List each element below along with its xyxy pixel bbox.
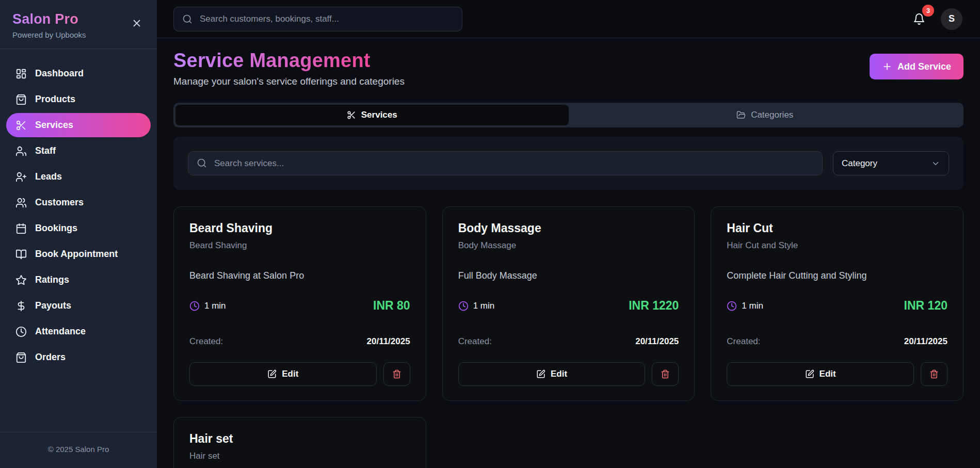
sidebar-item-payouts[interactable]: Payouts: [6, 294, 151, 318]
service-description: Full Body Massage: [458, 270, 679, 281]
clock-icon: [727, 301, 737, 311]
service-price: INR 80: [373, 299, 410, 313]
service-category: Hair Cut and Style: [727, 240, 947, 251]
dollar-icon: [15, 300, 27, 312]
service-price: INR 1220: [629, 299, 679, 313]
clock-icon: [458, 301, 469, 311]
edit-label: Edit: [551, 369, 567, 379]
tab-categories[interactable]: Categories: [569, 105, 962, 125]
sidebar-item-customers[interactable]: Customers: [6, 190, 151, 215]
sidebar-item-label: Payouts: [35, 300, 71, 311]
sidebar-item-bookings[interactable]: Bookings: [6, 216, 151, 240]
sidebar-item-ratings[interactable]: Ratings: [6, 268, 151, 292]
services-grid: Beard Shaving Beard Shaving Beard Shavin…: [173, 206, 963, 468]
category-dropdown-label: Category: [842, 158, 877, 169]
sidebar-item-label: Services: [35, 120, 73, 131]
edit-icon: [267, 369, 277, 379]
main-content: Service Management Manage your salon's s…: [157, 38, 980, 468]
service-duration: 1 min: [204, 301, 226, 311]
filter-panel: Category: [173, 137, 963, 190]
sidebar-item-label: Attendance: [35, 326, 86, 337]
created-date: 20/11/2025: [635, 336, 679, 347]
edit-button[interactable]: Edit: [189, 362, 377, 386]
clock-icon: [189, 301, 200, 311]
sidebar-item-staff[interactable]: Staff: [6, 139, 151, 163]
trash-icon: [392, 369, 401, 379]
edit-icon: [536, 369, 545, 379]
sidebar: Salon Pro Powered by Upbooks Dashboard P…: [0, 0, 157, 468]
edit-label: Edit: [282, 369, 298, 379]
sidebar-item-label: Book Appointment: [35, 249, 118, 260]
service-name: Hair set: [189, 432, 410, 446]
created-label: Created:: [458, 336, 492, 347]
notifications-button[interactable]: 3: [911, 11, 927, 27]
service-search-input[interactable]: [188, 151, 823, 175]
sidebar-item-leads[interactable]: Leads: [6, 165, 151, 189]
user-plus-icon: [15, 171, 27, 183]
tabs: Services Categories: [173, 103, 963, 127]
global-search-input[interactable]: [173, 7, 462, 31]
page-title: Service Management: [173, 50, 371, 72]
app-title: Salon Pro: [12, 11, 86, 27]
edit-label: Edit: [820, 369, 836, 379]
sidebar-item-products[interactable]: Products: [6, 87, 151, 111]
service-category: Beard Shaving: [189, 240, 410, 251]
sidebar-header: Salon Pro Powered by Upbooks: [0, 0, 157, 49]
service-card: Beard Shaving Beard Shaving Beard Shavin…: [173, 206, 426, 401]
service-name: Body Massage: [458, 221, 679, 235]
tab-label: Services: [361, 110, 397, 120]
created-label: Created:: [727, 336, 760, 347]
book-open-icon: [15, 249, 27, 260]
star-icon: [15, 275, 27, 286]
trash-icon: [661, 369, 670, 379]
scissors-icon: [347, 110, 356, 120]
calendar-icon: [15, 223, 27, 234]
service-search: [188, 151, 823, 175]
created-date: 20/11/2025: [367, 336, 410, 347]
sidebar-item-attendance[interactable]: Attendance: [6, 319, 151, 344]
service-price: INR 120: [904, 299, 947, 313]
category-dropdown[interactable]: Category: [833, 151, 949, 175]
shopping-bag-icon: [15, 352, 27, 363]
sidebar-item-services[interactable]: Services: [6, 113, 151, 137]
tab-services[interactable]: Services: [175, 105, 569, 125]
service-category: Hair set: [189, 451, 410, 461]
page-subtitle: Manage your salon's service offerings an…: [173, 76, 405, 87]
trash-icon: [929, 369, 939, 379]
edit-button[interactable]: Edit: [727, 362, 914, 386]
service-card: Hair set Hair set: [173, 417, 426, 468]
delete-button[interactable]: [652, 362, 679, 386]
service-description: Beard Shaving at Salon Pro: [189, 270, 410, 281]
users-icon: [15, 197, 27, 208]
service-duration: 1 min: [473, 301, 495, 311]
tab-label: Categories: [751, 110, 793, 120]
global-search: [173, 7, 462, 31]
edit-button[interactable]: Edit: [458, 362, 646, 386]
add-service-label: Add Service: [897, 61, 951, 72]
created-label: Created:: [189, 336, 223, 347]
avatar[interactable]: S: [941, 8, 962, 30]
app-subtitle: Powered by Upbooks: [12, 30, 86, 39]
shopping-bag-icon: [15, 94, 27, 105]
sidebar-nav: Dashboard Products Services Staff Leads …: [0, 49, 157, 432]
users-icon: [15, 146, 27, 157]
delete-button[interactable]: [921, 362, 947, 386]
sidebar-item-book-appointment[interactable]: Book Appointment: [6, 242, 151, 266]
sidebar-item-label: Bookings: [35, 223, 77, 234]
sidebar-item-orders[interactable]: Orders: [6, 345, 151, 369]
delete-button[interactable]: [383, 362, 410, 386]
service-duration: 1 min: [742, 301, 763, 311]
sidebar-item-dashboard[interactable]: Dashboard: [6, 61, 151, 86]
add-service-button[interactable]: Add Service: [870, 54, 963, 79]
service-category: Body Massage: [458, 240, 679, 251]
service-name: Hair Cut: [727, 221, 947, 235]
sidebar-close-button[interactable]: [129, 15, 144, 31]
close-icon: [131, 18, 142, 29]
sidebar-item-label: Products: [35, 94, 75, 105]
dashboard-icon: [15, 68, 27, 79]
chevron-down-icon: [931, 159, 940, 168]
sidebar-footer: © 2025 Salon Pro: [0, 432, 157, 468]
service-card: Hair Cut Hair Cut and Style Complete Hai…: [711, 206, 963, 401]
service-name: Beard Shaving: [189, 221, 410, 235]
service-description: Complete Hair Cutting and Styling: [727, 270, 947, 281]
